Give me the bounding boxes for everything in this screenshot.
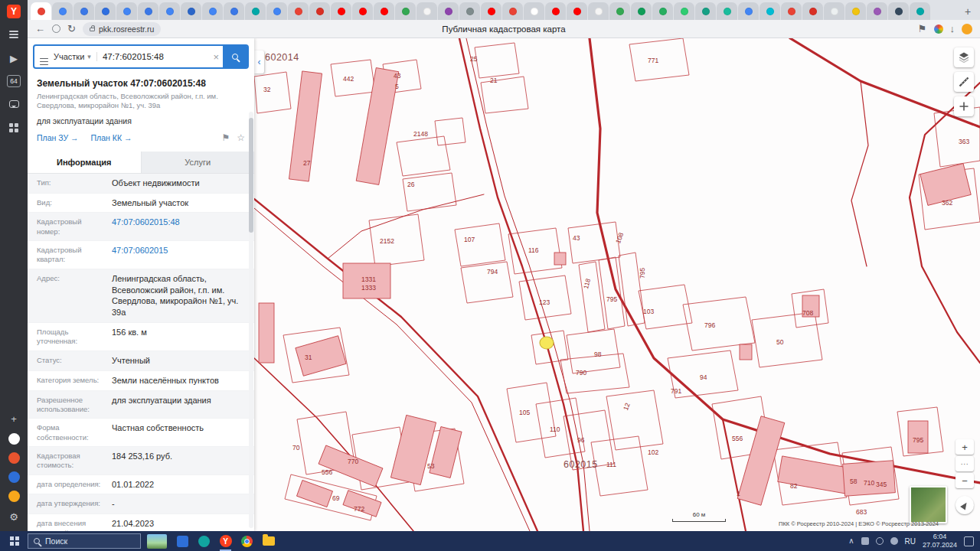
browser-tab[interactable] (138, 2, 158, 20)
apps-grid-icon[interactable] (7, 121, 21, 135)
browser-tab[interactable] (352, 2, 373, 20)
start-button[interactable] (3, 531, 26, 551)
browser-tab[interactable] (374, 2, 394, 20)
browser-tab[interactable] (309, 2, 330, 20)
browser-tab[interactable] (760, 2, 780, 20)
add-service-icon[interactable]: + (7, 412, 21, 425)
mail-service-icon[interactable] (8, 452, 20, 464)
plan-kk-link[interactable]: План КК → (91, 133, 132, 142)
extension-icon[interactable] (934, 24, 943, 34)
browser-tab[interactable] (481, 2, 501, 20)
minimap-thumbnail[interactable] (910, 486, 947, 523)
chat-icon[interactable] (7, 97, 21, 111)
taskbar-search[interactable]: Поиск (28, 533, 141, 549)
weather-widget-icon[interactable] (147, 534, 167, 549)
protect-icon[interactable] (52, 24, 60, 33)
locate-button[interactable] (956, 496, 974, 514)
browser-tab[interactable] (910, 2, 930, 20)
language-indicator[interactable]: RU (905, 537, 916, 546)
browser-tab[interactable] (116, 2, 137, 20)
browser-tab[interactable] (631, 2, 652, 20)
search-input[interactable] (97, 52, 210, 61)
menu-icon[interactable] (7, 28, 21, 41)
panel-collapse-button[interactable]: ‹ (254, 51, 264, 73)
address-bar[interactable]: pkk.rosreestr.ru (83, 22, 161, 36)
browser-tab[interactable] (159, 2, 180, 20)
browser-tab[interactable] (224, 2, 244, 20)
browser-tab[interactable] (717, 2, 737, 20)
browser-tab[interactable] (52, 2, 73, 20)
search-button[interactable] (223, 46, 247, 67)
volume-icon[interactable] (890, 537, 898, 545)
flag-icon[interactable]: ⚑ (221, 132, 230, 143)
search-menu-icon[interactable] (34, 48, 54, 65)
zoom-in-button[interactable]: + (956, 439, 974, 455)
clock[interactable]: 6:04 27.07.2024 (923, 533, 957, 549)
messenger-app-icon[interactable] (198, 535, 211, 548)
browser-tab[interactable] (824, 2, 844, 20)
disk-service-icon[interactable] (8, 471, 20, 483)
browser-tab[interactable] (459, 2, 480, 20)
star-icon[interactable]: ☆ (237, 132, 245, 143)
panel-scrollbar[interactable] (249, 112, 253, 528)
browser-tab[interactable] (609, 2, 630, 20)
yandex-browser-icon[interactable]: Y (219, 535, 232, 548)
cadastral-map[interactable]: 6020143244243525217712721482636336221521… (254, 38, 980, 531)
browser-tab[interactable] (202, 2, 223, 20)
yandex-logo-icon[interactable]: Y (7, 5, 21, 18)
market-service-icon[interactable] (8, 491, 20, 502)
downloads-icon[interactable]: ↓ (950, 24, 956, 34)
explorer-folder-icon[interactable] (262, 535, 275, 548)
notifications-icon[interactable] (964, 536, 974, 546)
layers-button[interactable] (954, 47, 974, 67)
browser-tab[interactable] (588, 2, 609, 20)
network-icon[interactable] (876, 537, 884, 545)
crosshair-button[interactable] (954, 96, 974, 116)
browser-tab[interactable] (738, 2, 759, 20)
browser-tab[interactable] (524, 2, 544, 20)
browser-tab[interactable] (867, 2, 887, 20)
browser-tab[interactable] (674, 2, 694, 20)
browser-tab[interactable] (74, 2, 94, 20)
browser-tab[interactable] (266, 2, 287, 20)
browser-tab[interactable] (95, 2, 116, 20)
zoom-more-button[interactable]: ∙∙∙ (956, 456, 974, 471)
browser-tab[interactable] (567, 2, 587, 20)
zoom-out-button[interactable]: − (956, 473, 974, 488)
tab-services[interactable]: Услуги (141, 152, 255, 173)
tray-app-icon[interactable] (861, 537, 869, 545)
new-tab-button[interactable]: + (960, 4, 975, 19)
browser-tab[interactable] (416, 2, 437, 20)
caret-up-icon[interactable]: ∧ (848, 537, 854, 545)
browser-tab[interactable] (31, 2, 51, 20)
browser-tab[interactable] (802, 2, 823, 20)
browser-tab[interactable] (545, 2, 566, 20)
bookmark-flag-icon[interactable]: ⚑ (918, 24, 927, 34)
reload-icon[interactable]: ↻ (67, 24, 76, 34)
alice-service-icon[interactable] (8, 433, 20, 445)
info-row-value[interactable]: 47:07:0602015 (112, 245, 245, 265)
chrome-icon[interactable] (240, 535, 253, 548)
browser-tab[interactable] (245, 2, 266, 20)
browser-tab[interactable] (181, 2, 201, 20)
play-icon[interactable]: ▶ (7, 51, 21, 65)
back-icon[interactable]: ← (35, 24, 45, 34)
browser-tab[interactable] (395, 2, 416, 20)
browser-tab[interactable] (845, 2, 866, 20)
gear-icon[interactable]: ⚙ (7, 510, 21, 523)
plan-zu-link[interactable]: План ЗУ → (37, 133, 79, 142)
browser-tab[interactable] (695, 2, 716, 20)
browser-tab[interactable] (438, 2, 459, 20)
browser-tab[interactable] (781, 2, 802, 20)
clear-icon[interactable]: × (209, 51, 223, 63)
info-row-value[interactable]: 47:07:0602015:48 (112, 217, 245, 236)
ruler-button[interactable] (954, 72, 974, 92)
browser-tab[interactable] (331, 2, 351, 20)
profile-avatar[interactable] (962, 24, 972, 34)
tab-counter-badge[interactable]: 64 (7, 75, 20, 87)
browser-tab[interactable] (502, 2, 523, 20)
browser-tab[interactable] (888, 2, 909, 20)
scrollbar-thumb[interactable] (249, 118, 253, 233)
search-category-dropdown[interactable]: Участки ▾ (54, 52, 97, 61)
browser-tab[interactable] (288, 2, 309, 20)
